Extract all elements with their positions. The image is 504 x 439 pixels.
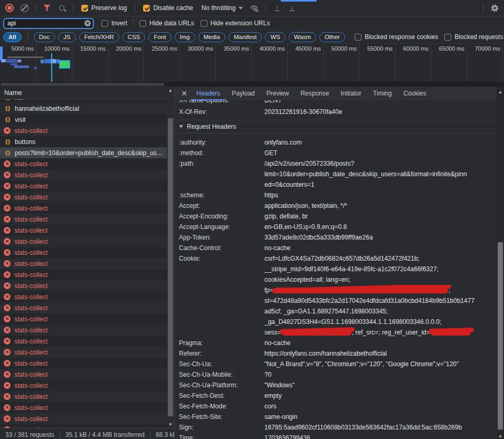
- tab-preview[interactable]: Preview: [261, 87, 295, 100]
- request-row[interactable]: ✕stats-collect: [0, 347, 167, 358]
- request-name: stats-collect: [14, 293, 47, 301]
- scroll-down-icon[interactable]: ▼: [497, 434, 504, 439]
- request-row[interactable]: {:}buttons: [0, 136, 167, 147]
- request-row[interactable]: {:}hannahelizabethofficial: [0, 103, 167, 114]
- scroll-up-icon[interactable]: ▲: [497, 90, 504, 94]
- filter-input[interactable]: [4, 20, 76, 27]
- filter-pill-js[interactable]: JS: [58, 32, 75, 42]
- request-row[interactable]: ✕stats-collect: [0, 180, 167, 192]
- type-checkbox-blocked-response-cookies[interactable]: Blocked response cookies: [355, 33, 438, 41]
- header-value-line: en-GB,en-US;q=0.9,en;q=0.8: [264, 222, 497, 232]
- request-row[interactable]: ✕stats-collect: [0, 358, 167, 369]
- request-list-scrollbar[interactable]: ▲ ▼: [167, 87, 174, 428]
- scrollbar-thumb[interactable]: [498, 242, 503, 430]
- network-overview-timeline[interactable]: 5000 ms10000 ms15000 ms20000 ms25000 ms3…: [0, 44, 504, 82]
- header-name: :method:: [179, 148, 264, 158]
- response-header-row: X-Of-Rev:202312261916-30670fa40e: [175, 106, 497, 118]
- request-row[interactable]: ✕stats-collect: [0, 269, 167, 280]
- request-row[interactable]: ✕stats-collect: [0, 225, 167, 236]
- filter-pill-wasm[interactable]: Wasm: [289, 32, 316, 42]
- header-value-line: __stripe_mid=9df140f6-e64a-419e-85fc-a1c…: [264, 264, 497, 274]
- request-row[interactable]: {:}init: [0, 99, 167, 103]
- error-status-icon: ✕: [4, 404, 11, 411]
- header-value-line: 33d57ade8c02dbc5a333db99ff9ae26a: [264, 232, 497, 243]
- scrollbar-thumb[interactable]: [168, 118, 173, 416]
- request-row[interactable]: ✕stats-collect: [0, 391, 167, 402]
- value-text: sess=: [264, 329, 281, 336]
- filter-pill-fetch-xhr[interactable]: Fetch/XHR: [79, 32, 119, 42]
- type-checkbox-blocked-requests[interactable]: Blocked requests: [444, 33, 503, 41]
- scroll-down-icon[interactable]: ▼: [167, 422, 174, 427]
- value-text: https: [264, 192, 278, 199]
- filter-pill-font[interactable]: Font: [148, 32, 171, 42]
- import-har-button[interactable]: ↑: [271, 2, 283, 14]
- request-row[interactable]: ✕stats-collect: [0, 192, 167, 203]
- filter-checkbox-hide-extension-urls[interactable]: Hide extension URLs: [201, 20, 270, 27]
- overview-scrollbar-thumb[interactable]: [1, 83, 164, 86]
- request-row[interactable]: ✕stats-collect: [0, 380, 167, 391]
- request-headers-section-header[interactable]: Request Headers: [175, 120, 497, 133]
- close-detail-button[interactable]: ✕: [178, 89, 191, 98]
- filter-input-box[interactable]: ✕: [3, 18, 94, 29]
- settings-button[interactable]: [488, 2, 501, 14]
- header-value-line: cors: [264, 401, 497, 412]
- request-row[interactable]: ✕stats-collect: [0, 336, 167, 347]
- filter-pill-css[interactable]: CSS: [122, 32, 146, 42]
- filter-pill-ws[interactable]: WS: [265, 32, 286, 42]
- detail-scrollbar[interactable]: ▲ ▼: [497, 87, 504, 439]
- disable-cache-checkbox[interactable]: Disable cache: [143, 4, 193, 12]
- tab-payload[interactable]: Payload: [226, 87, 260, 100]
- tab-cookies[interactable]: Cookies: [397, 87, 432, 100]
- filter-pill-doc[interactable]: Doc: [34, 32, 55, 42]
- request-row[interactable]: ✕stats-collect: [0, 125, 167, 136]
- tab-response[interactable]: Response: [294, 87, 335, 100]
- request-row[interactable]: ✕stats-collect: [0, 236, 167, 247]
- export-har-button[interactable]: ↓: [286, 2, 298, 14]
- throttling-dropdown[interactable]: No throttling: [202, 4, 243, 12]
- checkbox-icon: [143, 5, 150, 12]
- filter-pill-media[interactable]: Media: [198, 32, 225, 42]
- preserve-log-checkbox[interactable]: Preserve log: [81, 4, 127, 12]
- request-row[interactable]: {:}posts?limit=10&order=publish_date_des…: [0, 147, 167, 158]
- request-row[interactable]: ✕stats-collect: [0, 402, 167, 413]
- request-row[interactable]: {:}visit: [0, 114, 167, 125]
- request-row[interactable]: ✕stats-collect: [0, 203, 167, 214]
- filter-checkbox-invert[interactable]: Invert: [101, 20, 127, 27]
- tab-timing[interactable]: Timing: [367, 87, 398, 100]
- network-conditions-button[interactable]: [248, 2, 261, 14]
- request-row[interactable]: ✕stats-collect: [0, 258, 167, 269]
- timeline-activity-bar: [41, 60, 44, 63]
- header-value: same-origin: [264, 412, 497, 422]
- overview-scrollbar[interactable]: [0, 82, 504, 87]
- clear-button[interactable]: [18, 2, 31, 14]
- request-row[interactable]: ✕stats-collect: [0, 291, 167, 302]
- search-button[interactable]: [55, 2, 68, 14]
- request-row[interactable]: ✕stats-collect: [0, 302, 167, 313]
- request-row[interactable]: ✕stats-collect: [0, 214, 167, 225]
- value-text: /api2/v2/users/20572336/posts?: [264, 160, 354, 167]
- clear-filter-icon[interactable]: ✕: [84, 20, 91, 26]
- request-row[interactable]: ✕stats-collect: [0, 325, 167, 336]
- filter-pill-manifest[interactable]: Manifest: [229, 32, 262, 42]
- checkbox-icon: [81, 5, 88, 12]
- request-row[interactable]: ✕stats-collect: [0, 413, 167, 424]
- name-column-header[interactable]: Name: [0, 87, 174, 99]
- tab-initiator[interactable]: Initiator: [335, 87, 367, 100]
- record-button[interactable]: [3, 2, 16, 14]
- request-row[interactable]: ✕stats-collect: [0, 280, 167, 291]
- request-row[interactable]: ✕stats-collect: [0, 313, 167, 325]
- request-row[interactable]: ✕stats-collect: [0, 369, 167, 380]
- filter-pill-img[interactable]: Img: [175, 32, 195, 42]
- scroll-up-icon[interactable]: ▲: [167, 88, 174, 93]
- filter-pill-other[interactable]: Other: [319, 32, 345, 42]
- tab-headers[interactable]: Headers: [191, 87, 226, 100]
- filter-pill-all[interactable]: All: [3, 32, 22, 42]
- request-row[interactable]: ✕stats-collect: [0, 247, 167, 258]
- filter-checkbox-hide-data-urls[interactable]: Hide data URLs: [139, 20, 194, 27]
- request-row[interactable]: ✕stats-collect: [0, 169, 167, 180]
- error-status-icon: ✕: [4, 205, 11, 212]
- timeline-tick-label: 35000 ms: [217, 45, 249, 52]
- filter-toggle-button[interactable]: [41, 2, 53, 14]
- timeline-left-handle[interactable]: [0, 46, 3, 61]
- request-row[interactable]: ✕stats-collect: [0, 158, 167, 169]
